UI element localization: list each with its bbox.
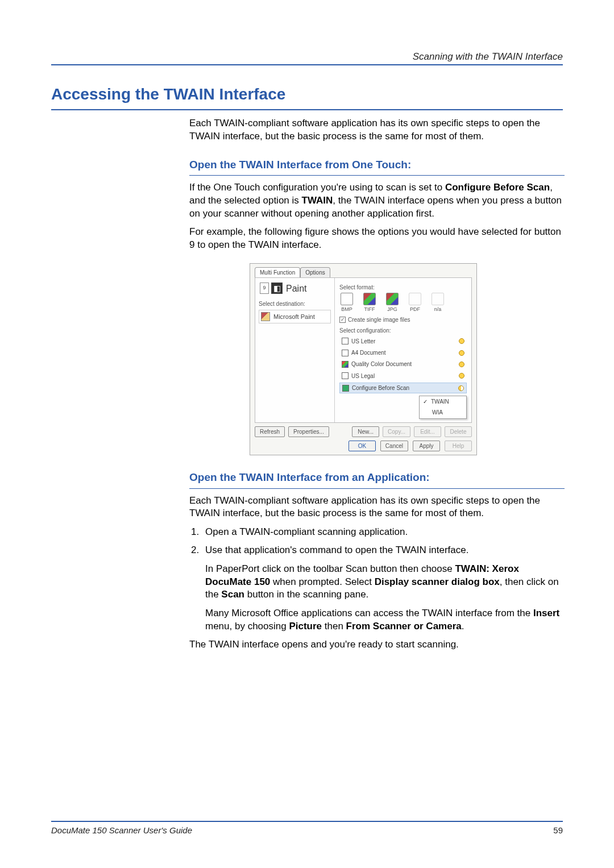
running-header: Scanning with the TWAIN Interface (413, 51, 563, 63)
section-rule (51, 109, 563, 110)
config-us-legal[interactable]: US Legal (339, 371, 467, 381)
subhead-rule (189, 175, 565, 176)
gear-icon (459, 373, 464, 379)
sub2-closing: The TWAIN interface opens and you're rea… (189, 638, 565, 651)
format-bmp[interactable]: BMP (339, 293, 354, 313)
submenu-wia[interactable]: WIA (420, 407, 466, 418)
sub1-para1: If the One Touch configuration you're us… (189, 181, 565, 220)
create-single-checkbox[interactable]: ✓ Create single image files (339, 316, 467, 323)
subhead-onetouch: Open the TWAIN Interface from One Touch: (189, 157, 565, 172)
cancel-button[interactable]: Cancel (380, 441, 408, 451)
gear-icon (342, 385, 349, 392)
select-configuration-label: Select configuration: (339, 327, 467, 334)
gear-icon (459, 338, 464, 344)
selected-app-name: Paint (286, 283, 306, 294)
apply-button[interactable]: Apply (413, 441, 440, 451)
doc-icon (342, 338, 349, 344)
destination-item[interactable]: Microsoft Paint (259, 310, 331, 323)
config-quality-color[interactable]: Quality Color Document (339, 359, 467, 369)
page-number: 59 (553, 825, 563, 835)
gear-icon (459, 350, 464, 356)
destination-item-label: Microsoft Paint (273, 313, 315, 321)
step-2: Use that application's command to open t… (202, 544, 565, 633)
config-a4[interactable]: A4 Document (339, 348, 467, 358)
refresh-button[interactable]: Refresh (255, 426, 285, 437)
subhead-rule (189, 488, 565, 489)
format-tiff[interactable]: TIFF (362, 293, 377, 313)
footer-doc-title: DocuMate 150 Scanner User's Guide (51, 825, 192, 835)
sub1-para2: For example, the following figure shows … (189, 226, 565, 251)
checkbox-icon: ✓ (339, 317, 346, 323)
intro-paragraph: Each TWAIN-compliant software applicatio… (189, 117, 565, 143)
config-us-letter[interactable]: US Letter (339, 337, 467, 346)
doc-icon (342, 361, 349, 368)
format-icons-row: BMP TIFF JPG PDF n/a (339, 293, 467, 313)
step-1: Open a TWAIN-compliant scanning applicat… (202, 526, 565, 539)
ok-button[interactable]: OK (349, 441, 376, 451)
button-number-badge: 9 (260, 283, 269, 294)
header-rule (51, 64, 563, 65)
step-2-note-1: In PaperPort click on the toolbar Scan b… (205, 563, 565, 601)
delete-button[interactable]: Delete (445, 426, 472, 437)
doc-icon (342, 372, 349, 379)
check-icon: ✓ (423, 398, 428, 405)
select-format-label: Select format: (339, 284, 467, 291)
edit-button[interactable]: Edit... (414, 426, 441, 437)
driver-submenu: ✓TWAIN WIA (419, 396, 467, 419)
step-2-note-2: Many Microsoft Office applications can a… (205, 607, 565, 633)
subhead-application: Open the TWAIN Interface from an Applica… (189, 470, 565, 484)
submenu-twain[interactable]: ✓TWAIN (420, 396, 466, 407)
paint-icon: ◧ (271, 283, 283, 294)
format-pdf[interactable]: PDF (408, 293, 422, 313)
config-configure-before-scan[interactable]: Configure Before Scan (339, 383, 467, 393)
gear-icon (459, 362, 464, 367)
gear-icon (458, 385, 464, 391)
help-button[interactable]: Help (445, 441, 472, 451)
mspaint-icon (261, 312, 270, 321)
tab-multifunction[interactable]: Multi Function (255, 267, 300, 277)
doc-icon (342, 350, 349, 356)
sub2-intro: Each TWAIN-compliant software applicatio… (189, 495, 565, 520)
properties-button[interactable]: Properties... (288, 426, 329, 437)
footer-rule (51, 821, 563, 822)
dialog-figure: Multi Function Options 9 ◧ Paint Select … (250, 263, 477, 456)
section-title: Accessing the TWAIN Interface (51, 85, 563, 103)
format-na[interactable]: n/a (430, 293, 445, 313)
tab-options[interactable]: Options (300, 267, 330, 277)
copy-button[interactable]: Copy... (383, 426, 410, 437)
format-jpg[interactable]: JPG (385, 293, 400, 313)
select-destination-label: Select destination: (259, 300, 331, 308)
new-button[interactable]: New... (352, 426, 379, 437)
